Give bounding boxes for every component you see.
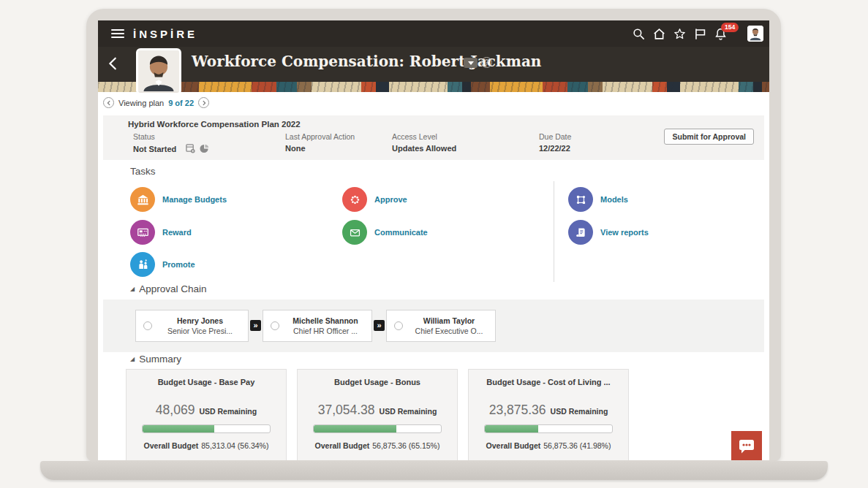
budget-card-cost-of-living: Budget Usage - Cost of Living ... 23,875… [468, 369, 629, 460]
task-label: View reports [600, 228, 649, 237]
task-promote[interactable]: Promote [130, 252, 195, 277]
laptop-frame: İNSPİRE [86, 9, 781, 462]
remaining-unit-label: USD Remaining [551, 407, 608, 416]
task-reward[interactable]: Reward [130, 220, 192, 245]
employee-photo [136, 48, 181, 95]
user-avatar[interactable] [747, 26, 763, 42]
budget-progress-bar [313, 424, 442, 433]
task-label: Approve [374, 195, 407, 204]
back-arrow-icon[interactable] [105, 56, 121, 73]
approval-chain-section-title: ◢ Approval Chain [130, 283, 206, 294]
access-level-value: Updates Allowed [392, 144, 456, 153]
envelope-icon [342, 220, 367, 245]
pie-chart-icon[interactable] [200, 144, 209, 153]
remaining-amount: 37,054.38 [318, 403, 375, 418]
home-icon[interactable] [652, 27, 666, 41]
overall-budget-value: 56,875.36 (41.98%) [543, 441, 611, 450]
budget-progress-bar [484, 424, 613, 433]
due-date-label: Due Date [539, 132, 571, 141]
access-level-label: Access Level [392, 132, 456, 141]
approver-title: Senior Vice Presi... [159, 327, 241, 335]
section-expand-icon[interactable]: ◢ [130, 357, 135, 362]
double-chevron-icon[interactable]: » [250, 320, 261, 331]
budget-card-bonus: Budget Usage - Bonus 37,054.38 USD Remai… [297, 369, 458, 460]
report-scroll-icon [568, 220, 593, 245]
task-label: Models [600, 195, 628, 204]
approver-card[interactable]: Henry Jones Senior Vice Presi... [135, 310, 249, 342]
overall-budget-label: Overall Budget [315, 441, 370, 450]
favorites-star-icon[interactable] [673, 27, 687, 41]
status-field: Status Not Started [133, 132, 209, 153]
approver-title: Chief HR Officer ... [287, 327, 364, 335]
due-date-field: Due Date 12/22/22 [539, 132, 571, 153]
chat-button[interactable] [731, 431, 762, 460]
task-label: Communicate [374, 228, 428, 237]
status-value: Not Started [133, 145, 176, 153]
previous-plan-icon[interactable] [103, 97, 114, 108]
tasks-title-text: Tasks [130, 166, 156, 177]
global-actions: 154 [632, 26, 763, 42]
bank-icon [130, 187, 155, 212]
global-header: İNSPİRE [98, 20, 769, 47]
worksheet-icon[interactable] [186, 144, 195, 153]
remaining-unit-label: USD Remaining [199, 407, 257, 416]
task-communicate[interactable]: Communicate [342, 220, 428, 245]
overall-budget-label: Overall Budget [486, 441, 541, 450]
help-icon[interactable]: ? [481, 57, 492, 68]
plan-navigator: Viewing plan 9 of 22 [103, 97, 209, 108]
notifications[interactable]: 154 [714, 27, 728, 41]
summary-section-title: ◢ Summary [130, 354, 181, 365]
remaining-amount: 23,875.36 [489, 403, 546, 418]
last-approval-value: None [285, 144, 355, 153]
page-background: İNSPİRE [0, 0, 868, 488]
search-icon[interactable] [632, 27, 646, 41]
budget-card-title: Budget Usage - Base Pay [127, 378, 286, 386]
tasks-divider [554, 181, 554, 282]
access-level-field: Access Level Updates Allowed [392, 132, 456, 153]
approver-card[interactable]: William Taylor Chief Executive O... [386, 310, 496, 342]
budget-card-base-pay: Budget Usage - Base Pay 48,069 USD Remai… [126, 369, 287, 460]
task-view-reports[interactable]: View reports [568, 220, 649, 245]
task-label: Reward [162, 228, 192, 237]
video-icon[interactable] [464, 58, 478, 68]
next-plan-icon[interactable] [198, 97, 209, 108]
diagram-nodes-icon [568, 187, 593, 212]
approver-card[interactable]: Michelle Shannon Chief HR Officer ... [263, 310, 372, 342]
plan-name: Hybrid Workforce Compensation Plan 2022 [128, 120, 301, 129]
remaining-amount: 48,069 [156, 403, 195, 418]
overall-budget-value: 85,313.04 (56.34%) [201, 441, 268, 450]
dotted-ring-icon [342, 187, 367, 212]
section-expand-icon[interactable]: ◢ [130, 286, 135, 292]
task-label: Promote [162, 260, 195, 269]
promote-people-icon [130, 252, 155, 277]
double-chevron-icon[interactable]: » [374, 320, 385, 331]
budget-card-title: Budget Usage - Bonus [298, 378, 457, 386]
budget-progress-bar [142, 424, 271, 433]
last-approval-field: Last Approval Action None [285, 132, 355, 153]
tasks-section-title: Tasks [130, 166, 156, 177]
approver-title: Chief Executive O... [410, 327, 488, 335]
menu-icon[interactable] [111, 27, 124, 40]
overall-budget-label: Overall Budget [144, 441, 199, 450]
main-content: Viewing plan 9 of 22 Hybrid Workforce Co… [98, 92, 769, 460]
submit-for-approval-button[interactable]: Submit for Approval [664, 129, 754, 145]
task-approve[interactable]: Approve [342, 187, 407, 212]
task-manage-budgets[interactable]: Manage Budgets [130, 187, 227, 212]
task-models[interactable]: Models [568, 187, 628, 212]
plan-summary-panel: Hybrid Workforce Compensation Plan 2022 … [103, 115, 764, 160]
approver-name: Michelle Shannon [287, 316, 364, 325]
approver-name: William Taylor [410, 316, 488, 325]
approval-chain-title-text: Approval Chain [139, 283, 206, 294]
due-date-value: 12/22/22 [539, 144, 571, 153]
last-approval-label: Last Approval Action [285, 132, 355, 141]
summary-title-text: Summary [139, 354, 181, 365]
approver-name: Henry Jones [159, 316, 241, 325]
status-label: Status [133, 132, 209, 141]
app-screen: İNSPİRE [98, 20, 769, 460]
plan-position: 9 of 22 [168, 99, 194, 107]
flag-icon[interactable] [693, 27, 707, 41]
approver-status-icon [271, 321, 279, 330]
approver-status-icon [143, 321, 152, 330]
decorative-banner [98, 82, 769, 92]
approval-chain-panel: Henry Jones Senior Vice Presi... » Miche… [103, 300, 764, 352]
